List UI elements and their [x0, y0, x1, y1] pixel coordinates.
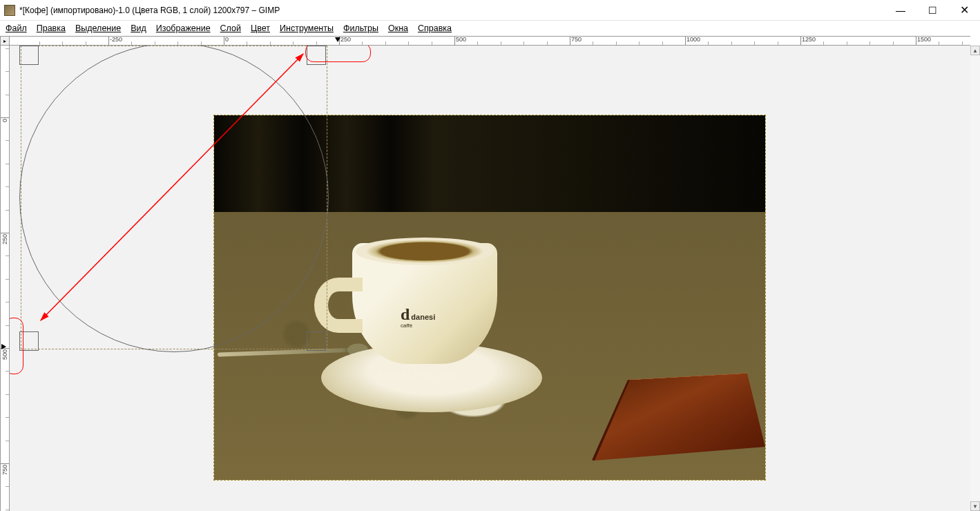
ruler-h-label: 500: [456, 36, 466, 43]
menu-view[interactable]: Вид: [131, 23, 146, 33]
ruler-horizontal[interactable]: -2500250500750100012501500: [10, 36, 970, 46]
menu-windows[interactable]: Окна: [388, 23, 408, 33]
ruler-v-label: 750: [1, 465, 8, 475]
photo-watermark: MalinaLime.com: [373, 369, 458, 382]
selection-handle-bl[interactable]: [19, 331, 39, 351]
selection-handle-tr[interactable]: [307, 46, 326, 65]
ruler-h-label: 1000: [686, 36, 700, 43]
image-content: ddanesi caffè MalinaLime.com: [213, 115, 766, 481]
scroll-down-icon[interactable]: ▼: [970, 501, 980, 511]
app-icon: [4, 5, 15, 16]
menu-filters[interactable]: Фильтры: [343, 23, 378, 33]
ruler-v-label: 250: [1, 234, 8, 244]
ruler-h-label: 750: [571, 36, 582, 43]
ruler-h-label: 1500: [917, 36, 931, 43]
titlebar: *[Кофе] (импортировано)-1.0 (Цвета RGB, …: [0, 0, 980, 21]
photo-cup-handle: [314, 278, 363, 333]
canvas[interactable]: ddanesi caffè MalinaLime.com: [10, 46, 970, 511]
ruler-h-label: 1250: [802, 36, 816, 43]
ruler-h-label: 0: [225, 36, 229, 43]
ruler-h-label: -250: [110, 36, 122, 43]
menu-image[interactable]: Изображение: [156, 23, 211, 33]
ruler-h-label: 250: [340, 36, 351, 43]
ruler-vertical[interactable]: 0250500750: [0, 46, 10, 511]
selection-handle-tl[interactable]: [19, 46, 39, 65]
ruler-v-label: 0: [1, 119, 8, 122]
ruler-h-pos-marker: [335, 37, 340, 42]
selection-handle-br[interactable]: [307, 331, 326, 351]
ruler-corner-toggle[interactable]: ▸: [0, 36, 10, 46]
workspace: ▸ -2500250500750100012501500 0250500750 …: [0, 36, 980, 511]
menu-select[interactable]: Выделение: [75, 23, 121, 33]
close-button[interactable]: ✕: [948, 0, 980, 21]
menu-edit[interactable]: Правка: [37, 23, 66, 33]
menu-file[interactable]: Файл: [6, 23, 27, 33]
menu-help[interactable]: Справка: [418, 23, 452, 33]
window-title: *[Кофе] (импортировано)-1.0 (Цвета RGB, …: [19, 6, 885, 15]
minimize-button[interactable]: —: [885, 0, 916, 21]
window-buttons: — ☐ ✕: [885, 0, 980, 21]
photo-cup: ddanesi caffè: [352, 243, 497, 364]
maximize-button[interactable]: ☐: [916, 0, 948, 21]
scrollbar-vertical[interactable]: ▲ ▼: [970, 46, 980, 511]
menu-layer[interactable]: Слой: [220, 23, 241, 33]
ruler-v-pos-marker: [1, 344, 6, 349]
scroll-up-icon[interactable]: ▲: [970, 46, 980, 55]
menubar: Файл Правка Выделение Вид Изображение Сл…: [0, 21, 980, 36]
photo-cup-logo: ddanesi caffè: [401, 305, 435, 329]
menu-tools[interactable]: Инструменты: [280, 23, 334, 33]
ruler-v-label: 500: [1, 349, 8, 360]
menu-color[interactable]: Цвет: [251, 23, 270, 33]
